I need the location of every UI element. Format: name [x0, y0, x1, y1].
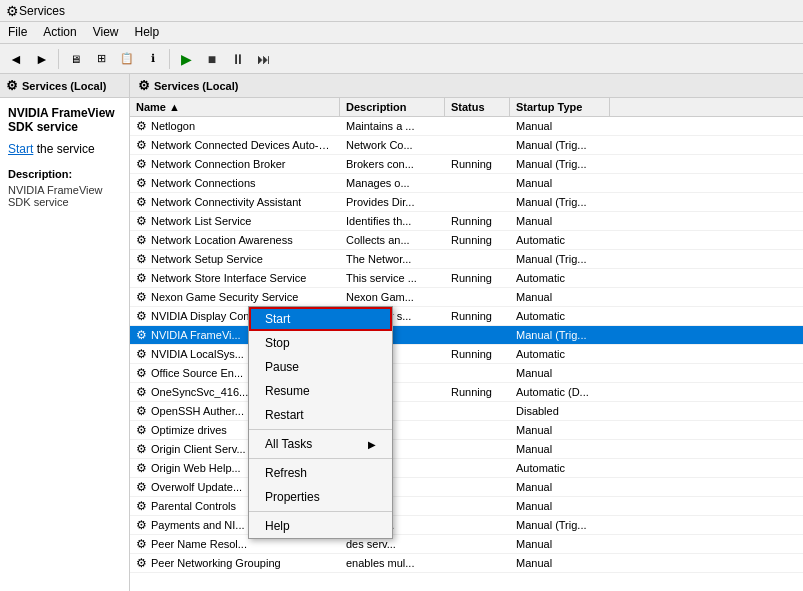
services-list: Name ▲ Description Status Startup Type ⚙… — [130, 98, 803, 591]
service-status-cell: Running — [445, 156, 510, 172]
service-icon: ⚙ — [136, 366, 147, 380]
context-menu-separator — [249, 429, 392, 430]
header-desc[interactable]: Description — [340, 98, 445, 116]
table-row[interactable]: ⚙Origin Web Help...Automatic — [130, 459, 803, 478]
table-row[interactable]: ⚙NVIDIA FrameVi...IA Fra...Manual (Trig.… — [130, 326, 803, 345]
service-name-cell: ⚙Network List Service — [130, 212, 340, 230]
service-startup-cell: Manual — [510, 441, 610, 457]
right-panel-title: Services (Local) — [154, 80, 238, 92]
context-menu-item-pause[interactable]: Pause — [249, 355, 392, 379]
service-name-text: NVIDIA LocalSys... — [151, 348, 244, 360]
toolbar: ◄ ► 🖥 ⊞ 📋 ℹ ▶ ■ ⏸ ⏭ — [0, 44, 803, 74]
start-link[interactable]: Start — [8, 142, 33, 156]
service-name-text: Parental Controls — [151, 500, 236, 512]
context-menu-item-start[interactable]: Start — [249, 307, 392, 331]
menu-view[interactable]: View — [85, 24, 127, 41]
table-row[interactable]: ⚙Network ConnectionsManages o...Manual — [130, 174, 803, 193]
service-status-cell — [445, 485, 510, 489]
stop-button[interactable]: ■ — [200, 47, 224, 71]
table-row[interactable]: ⚙Overwolf Update...Manual — [130, 478, 803, 497]
table-row[interactable]: ⚙Peer Name Resol...des serv...Manual — [130, 535, 803, 554]
start-suffix: the service — [33, 142, 94, 156]
service-startup-cell: Automatic — [510, 346, 610, 362]
context-menu-item-all-tasks[interactable]: All Tasks▶ — [249, 432, 392, 456]
service-status-cell — [445, 409, 510, 413]
menu-file[interactable]: File — [0, 24, 35, 41]
app-icon: ⚙ — [6, 3, 19, 19]
service-desc-cell: enables mul... — [340, 555, 445, 571]
left-panel-content: NVIDIA FrameView SDK service Start the s… — [0, 98, 129, 591]
table-row[interactable]: ⚙Network Store Interface ServiceThis ser… — [130, 269, 803, 288]
table-row[interactable]: ⚙NVIDIA LocalSys...ainer s...RunningAuto… — [130, 345, 803, 364]
table-row[interactable]: ⚙Parental Controlsces pa...Manual — [130, 497, 803, 516]
service-desc-cell: Network Co... — [340, 137, 445, 153]
menu-bar: FileActionViewHelp — [0, 22, 803, 44]
service-name-text: Network List Service — [151, 215, 251, 227]
service-icon: ⚙ — [136, 214, 147, 228]
header-status[interactable]: Status — [445, 98, 510, 116]
service-startup-cell: Automatic — [510, 270, 610, 286]
table-row[interactable]: ⚙Network List ServiceIdentifies th...Run… — [130, 212, 803, 231]
selected-service-name: NVIDIA FrameView SDK service — [8, 106, 121, 134]
service-status-cell: Running — [445, 346, 510, 362]
service-startup-cell: Disabled — [510, 403, 610, 419]
context-menu-item-resume[interactable]: Resume — [249, 379, 392, 403]
menu-help[interactable]: Help — [127, 24, 168, 41]
table-row[interactable]: ⚙Optimize drivess the c...Manual — [130, 421, 803, 440]
context-menu-item-properties[interactable]: Properties — [249, 485, 392, 509]
table-row[interactable]: ⚙Network Connected Devices Auto-S...Netw… — [130, 136, 803, 155]
service-status-cell — [445, 257, 510, 261]
service-startup-cell: Manual — [510, 555, 610, 571]
table-row[interactable]: ⚙Origin Client Serv...Manual — [130, 440, 803, 459]
context-menu-item-stop[interactable]: Stop — [249, 331, 392, 355]
restart-button[interactable]: ⏭ — [252, 47, 276, 71]
context-menu-label: Stop — [265, 336, 290, 350]
table-row[interactable]: ⚙Peer Networking Groupingenables mul...M… — [130, 554, 803, 573]
menu-action[interactable]: Action — [35, 24, 84, 41]
service-name-text: Network Location Awareness — [151, 234, 293, 246]
help-button[interactable]: ℹ — [141, 47, 165, 71]
service-icon: ⚙ — [136, 157, 147, 171]
service-icon: ⚙ — [136, 347, 147, 361]
context-menu-item-help[interactable]: Help — [249, 514, 392, 538]
context-menu-item-restart[interactable]: Restart — [249, 403, 392, 427]
properties-button[interactable]: 📋 — [115, 47, 139, 71]
service-desc-cell: Maintains a ... — [340, 118, 445, 134]
service-icon: ⚙ — [136, 309, 147, 323]
service-status-cell: Running — [445, 232, 510, 248]
service-desc-cell: Collects an... — [340, 232, 445, 248]
service-startup-cell: Automatic — [510, 460, 610, 476]
header-startup[interactable]: Startup Type — [510, 98, 610, 116]
context-menu-label: Help — [265, 519, 290, 533]
service-name-cell: ⚙Network Store Interface Service — [130, 269, 340, 287]
service-startup-cell: Manual — [510, 289, 610, 305]
table-row[interactable]: ⚙NetlogonMaintains a ...Manual — [130, 117, 803, 136]
table-row[interactable]: ⚙NVIDIA Display Container LSContainer s.… — [130, 307, 803, 326]
console-root-button[interactable]: 🖥 — [63, 47, 87, 71]
service-name-text: Network Connectivity Assistant — [151, 196, 301, 208]
table-row[interactable]: ⚙OpenSSH Auther...t to ho...Disabled — [130, 402, 803, 421]
table-row[interactable]: ⚙Network Connection BrokerBrokers con...… — [130, 155, 803, 174]
table-row[interactable]: ⚙Network Setup ServiceThe Networ...Manua… — [130, 250, 803, 269]
service-status-cell — [445, 371, 510, 375]
header-name[interactable]: Name ▲ — [130, 98, 340, 116]
table-row[interactable]: ⚙Network Location AwarenessCollects an..… — [130, 231, 803, 250]
back-button[interactable]: ◄ — [4, 47, 28, 71]
pause-button[interactable]: ⏸ — [226, 47, 250, 71]
up-button[interactable]: ⊞ — [89, 47, 113, 71]
service-name-text: Peer Networking Grouping — [151, 557, 281, 569]
play-button[interactable]: ▶ — [174, 47, 198, 71]
forward-button[interactable]: ► — [30, 47, 54, 71]
title-bar-text: Services — [19, 4, 65, 18]
service-name-text: Netlogon — [151, 120, 195, 132]
service-status-cell — [445, 143, 510, 147]
table-row[interactable]: ⚙OneSyncSvc_416...service ...RunningAuto… — [130, 383, 803, 402]
context-menu-item-refresh[interactable]: Refresh — [249, 461, 392, 485]
table-row[interactable]: ⚙Office Source En...s install...Manual — [130, 364, 803, 383]
submenu-arrow-icon: ▶ — [368, 439, 376, 450]
service-icon: ⚙ — [136, 252, 147, 266]
service-icon: ⚙ — [136, 499, 147, 513]
table-row[interactable]: ⚙Network Connectivity AssistantProvides … — [130, 193, 803, 212]
table-row[interactable]: ⚙Payments and NI...ages pa...Manual (Tri… — [130, 516, 803, 535]
table-row[interactable]: ⚙Nexon Game Security ServiceNexon Gam...… — [130, 288, 803, 307]
